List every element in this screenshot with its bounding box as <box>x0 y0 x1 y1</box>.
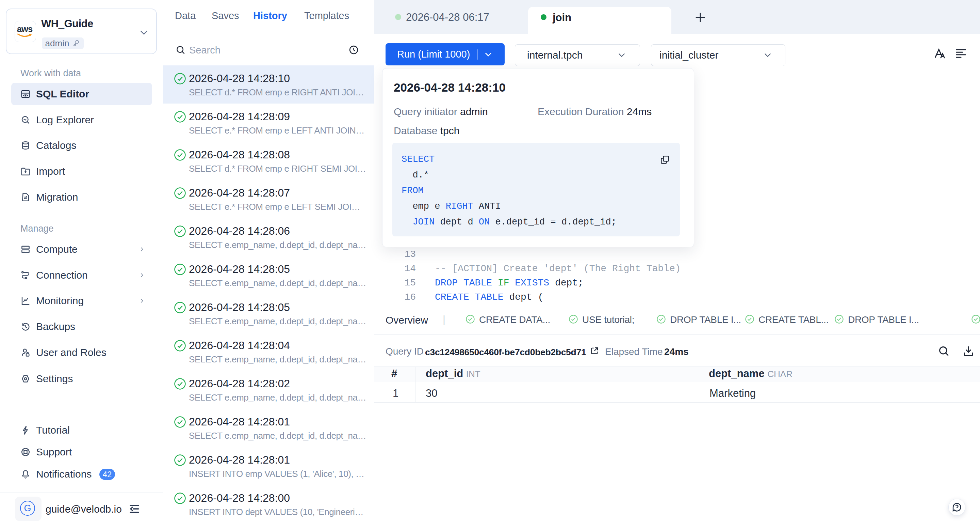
svg-text:aws: aws <box>17 24 33 34</box>
